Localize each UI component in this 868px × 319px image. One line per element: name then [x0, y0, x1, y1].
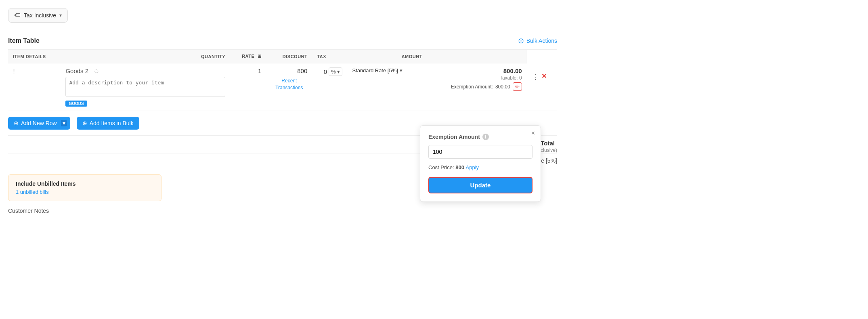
quantity-cell: 1 [230, 63, 266, 111]
exemption-popup: × Exemption Amount i Cost Price: 800 App… [420, 125, 541, 202]
unbilled-link[interactable]: 1 unbilled bills [16, 189, 49, 195]
add-bulk-label: Add Items in Bulk [90, 120, 134, 126]
col-actions [427, 50, 527, 63]
col-rate: RATE ⊞ [230, 50, 266, 63]
popup-title: Exemption Amount i [428, 134, 533, 140]
emoji-icon[interactable]: ☺ [93, 67, 99, 74]
circle-check-icon: ⊙ [518, 36, 524, 45]
info-icon: i [482, 134, 489, 140]
tax-label: Standard Rate [5%] [352, 67, 398, 73]
edit-exemption-button[interactable]: ✏ [513, 82, 522, 91]
taxable-line: Taxable: 0 [432, 75, 522, 81]
customer-notes-label: Customer Notes [8, 208, 557, 214]
row-actions-cell: ⋮ ✕ [527, 63, 557, 111]
drag-handle-icon[interactable]: ⁞ [13, 62, 15, 75]
rate-info-icon: ⊞ [258, 54, 262, 59]
tax-inclusive-dropdown[interactable]: 🏷 Tax Inclusive ▾ [8, 8, 68, 23]
item-table-header: Item Table ⊙ Bulk Actions [8, 31, 557, 50]
col-amount: AMOUNT [347, 50, 427, 63]
drag-handle-cell: ⁞ [8, 63, 61, 111]
popup-close-button[interactable]: × [531, 130, 535, 137]
add-new-row-button[interactable]: ⊕ Add New Row ▾ [8, 117, 70, 130]
amount-cell: 800.00 Taxable: 0 Exemption Amount: 800.… [427, 63, 527, 111]
chevron-down-icon: ▾ [59, 13, 62, 18]
row-more-button[interactable]: ⋮ [532, 72, 539, 81]
recent-transactions-link[interactable]: RecentTransactions [271, 78, 307, 91]
cost-price-label: Cost Price: [428, 164, 454, 170]
tax-selector[interactable]: Standard Rate [5%] ▾ [352, 67, 422, 73]
exemption-amount-value: 800.00 [495, 84, 510, 90]
add-new-row-label: Add New Row [21, 120, 57, 126]
tax-cell: Standard Rate [5%] ▾ [347, 63, 427, 111]
add-items-bulk-button[interactable]: ⊕ Add Items in Bulk [77, 117, 139, 130]
cost-price-value: 800 [455, 164, 464, 170]
rate-value: 800 [297, 67, 307, 74]
table-row: ⁞ Goods 2 ☺ GOODS 1 800 RecentTransactio… [8, 63, 557, 111]
chevron-down-icon: ▾ [400, 67, 403, 73]
tax-dropdown-label: Tax Inclusive [24, 12, 56, 19]
discount-value: 0 [324, 68, 327, 75]
item-details-cell: Goods 2 ☺ GOODS [61, 63, 230, 111]
item-description-input[interactable] [65, 77, 225, 97]
unbilled-box: Include Unbilled Items 1 unbilled bills [8, 174, 161, 201]
exemption-amount-input[interactable] [428, 145, 533, 159]
amount-value: 800.00 [432, 67, 522, 74]
add-row-dropdown-arrow[interactable]: ▾ [61, 120, 67, 126]
col-tax: TAX [312, 50, 347, 63]
col-discount: DISCOUNT [266, 50, 312, 63]
unbilled-title: Include Unbilled Items [16, 180, 154, 187]
col-item-details: ITEM DETAILS [8, 50, 61, 63]
apply-link[interactable]: Apply [466, 164, 479, 170]
exemption-label: Exemption Amount: [451, 84, 493, 90]
quantity-value: 1 [258, 67, 261, 74]
exemption-line: Exemption Amount: 800.00 ✏ [432, 82, 522, 91]
tag-icon: 🏷 [14, 12, 21, 19]
plus-bulk-icon: ⊕ [82, 120, 87, 126]
rate-cell: 800 RecentTransactions [266, 63, 312, 111]
plus-icon: ⊕ [14, 120, 19, 126]
goods-badge: GOODS [65, 101, 87, 107]
discount-type-selector[interactable]: % ▾ [329, 67, 342, 76]
row-delete-button[interactable]: ✕ [541, 72, 547, 80]
item-table-title: Item Table [8, 37, 40, 44]
col-quantity: QUANTITY [61, 50, 230, 63]
bulk-actions-button[interactable]: ⊙ Bulk Actions [518, 36, 557, 45]
chevron-icon: ▾ [337, 69, 340, 75]
item-table: ITEM DETAILS QUANTITY RATE ⊞ DISCOUNT TA… [8, 50, 557, 111]
discount-cell: 0 % ▾ [312, 63, 347, 111]
cost-price-row: Cost Price: 800 Apply [428, 164, 533, 170]
update-button[interactable]: Update [428, 177, 533, 193]
bulk-actions-label: Bulk Actions [526, 38, 557, 44]
item-name: Goods 2 ☺ [65, 67, 225, 74]
